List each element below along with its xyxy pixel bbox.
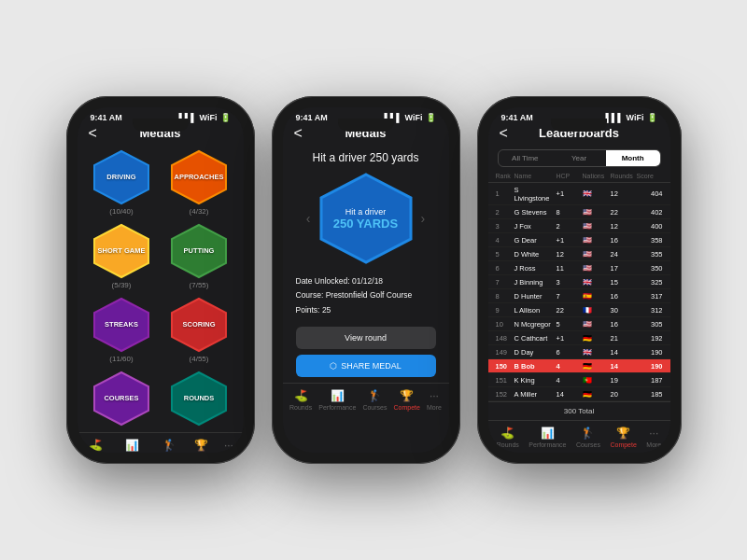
- nav-rounds-1[interactable]: ⛳ Rounds: [84, 439, 106, 453]
- phone-medal-detail: 9:41 AM ▌▌▌ WiFi 🔋 < Medals Hit a driver…: [272, 96, 460, 464]
- lb-row: 148C Cathcart+1🇩🇪21192: [488, 331, 670, 345]
- tab-month[interactable]: Month: [606, 150, 660, 166]
- leaderboard-panel: All Time Year Month Rank Name HCP Nation…: [488, 149, 670, 420]
- tab-all-time[interactable]: All Time: [499, 150, 553, 166]
- more-icon-1: ···: [224, 439, 233, 452]
- nav-more-2[interactable]: ··· More: [427, 389, 442, 411]
- course-value: Prestonfield Golf Course: [326, 290, 413, 300]
- medal-short-game[interactable]: SHORT GAME (5/39): [87, 223, 157, 289]
- back-button-2[interactable]: <: [294, 125, 303, 142]
- lb-row: 2G Stevens8🇺🇸22402: [488, 205, 670, 219]
- nav-performance-3[interactable]: 📊 Performance: [529, 427, 566, 448]
- nav-courses-3[interactable]: 🏌 Courses: [576, 427, 600, 448]
- medal-approaches[interactable]: APPROACHES (4/32): [164, 149, 234, 216]
- date-label: Date Unlocked:: [296, 276, 350, 286]
- lb-row: 5D White12🇺🇸24355: [488, 247, 670, 261]
- lb-row: 151K King4🇵🇹19187: [488, 373, 670, 387]
- nav-performance-2[interactable]: 📊 Performance: [318, 389, 356, 411]
- phone-leaderboard: 9:41 AM ▌▌▌ WiFi 🔋 < Leaderboards All Ti…: [477, 96, 682, 464]
- lb-row: 3J Fox2🇺🇸12400: [488, 219, 670, 233]
- time-1: 9:41 AM: [91, 113, 122, 122]
- big-hexagon: Hit a driver 250 YARDS: [315, 172, 417, 265]
- next-arrow[interactable]: ›: [417, 211, 430, 226]
- lb-row-highlighted: 150B Bob4🇩🇪14190: [488, 359, 670, 373]
- time-3: 9:41 AM: [501, 113, 533, 122]
- prev-arrow[interactable]: ‹: [303, 211, 315, 226]
- nav-more-1[interactable]: ··· More: [221, 439, 236, 453]
- share-label: SHARE MEDAL: [341, 361, 402, 371]
- lb-row: 7J Binning3🇬🇧15325: [488, 275, 670, 289]
- course-label: Course:: [296, 290, 324, 300]
- lb-row: 8D Hunter7🇪🇸16317: [488, 289, 670, 303]
- phones-container: 9:41 AM ▌▌▌ WiFi 🔋 < Medals DRIVING: [66, 96, 682, 464]
- medal-headline: Hit a driver 250 yards: [296, 151, 436, 164]
- nav-courses-2[interactable]: 🏌 Courses: [362, 389, 387, 411]
- share-icon: ⬡: [330, 361, 337, 371]
- nav-performance-1[interactable]: 📊 Performance: [113, 439, 150, 453]
- nav-compete-3[interactable]: 🏆 Compete: [610, 427, 636, 448]
- tab-year[interactable]: Year: [552, 150, 606, 166]
- medal-action-buttons: View round ⬡ SHARE MEDAL: [296, 327, 436, 377]
- nav-more-3[interactable]: ··· More: [646, 427, 661, 448]
- lb-table: 1S Livingstone+1🇬🇧12404 2G Stevens8🇺🇸224…: [488, 183, 670, 401]
- share-medal-button[interactable]: ⬡ SHARE MEDAL: [296, 355, 436, 377]
- lb-row: 1S Livingstone+1🇬🇧12404: [488, 183, 670, 205]
- medal-rounds[interactable]: ROUNDS: [164, 371, 234, 428]
- bottom-nav-2: ⛳ Rounds 📊 Performance 🏌 Courses 🏆 Compe…: [283, 383, 449, 418]
- lb-row: 149D Day6🇬🇧14190: [488, 345, 670, 359]
- lb-row: 10N Mcgregor5🇺🇸16305: [488, 317, 670, 331]
- hex-line1: Hit a driver: [333, 207, 398, 217]
- lb-column-headers: Rank Name HCP Nations Rounds Score: [488, 173, 670, 183]
- rounds-icon-1: ⛳: [89, 439, 103, 452]
- time-2: 9:41 AM: [296, 113, 328, 122]
- medals-grid: DRIVING (10/40) APPROACHES (4/32): [78, 146, 244, 432]
- points-value: 25: [322, 305, 331, 315]
- medal-detail-panel: Hit a driver 250 yards ‹ Hit a driver 25…: [283, 146, 449, 383]
- lb-row: 6J Ross11🇺🇸17350: [488, 261, 670, 275]
- nav-compete-2[interactable]: 🏆 Compete: [394, 389, 420, 411]
- lb-row: 9L Allison22🇫🇷30312: [488, 303, 670, 317]
- bottom-nav-1: ⛳ Rounds 📊 Performance 🏌 Courses 🏆 Compe…: [78, 432, 244, 453]
- leaderboard-tabs: All Time Year Month: [498, 149, 661, 167]
- lb-row: 152A Miller14🇩🇪20185: [488, 387, 670, 401]
- bottom-nav-3: ⛳ Rounds 📊 Performance 🏌 Courses 🏆 Compe…: [488, 420, 670, 453]
- medal-streaks[interactable]: STREAKS (11/60): [87, 297, 157, 363]
- lb-total: 300 Total: [488, 401, 670, 420]
- phone-medals-grid: 9:41 AM ▌▌▌ WiFi 🔋 < Medals DRIVING: [66, 96, 255, 464]
- medal-scoring[interactable]: SCORING (4/55): [164, 297, 234, 363]
- medal-hex-display: ‹ Hit a driver 250 YARDS ›: [296, 172, 436, 265]
- medal-info-block: Date Unlocked: 01/12/18 Course: Prestonf…: [296, 274, 436, 317]
- medal-driving[interactable]: DRIVING (10/40): [87, 149, 157, 216]
- nav-courses-1[interactable]: 🏌 Courses: [157, 439, 181, 453]
- medal-courses[interactable]: COURSES: [87, 371, 157, 428]
- back-button-3[interactable]: <: [500, 125, 508, 142]
- nav-rounds-3[interactable]: ⛳ Rounds: [497, 427, 519, 448]
- date-value: 01/12/18: [352, 276, 383, 286]
- view-round-button[interactable]: View round: [296, 327, 436, 349]
- courses-icon-1: 🏌: [162, 439, 176, 452]
- lb-row: 4G Dear+1🇺🇸16358: [488, 233, 670, 247]
- performance-icon-1: 📊: [125, 439, 139, 452]
- points-label: Points:: [296, 305, 320, 315]
- hex-line2: 250 YARDS: [333, 217, 398, 231]
- compete-icon-1: 🏆: [194, 439, 208, 452]
- nav-compete-1[interactable]: 🏆 Compete: [189, 439, 215, 453]
- back-button-1[interactable]: <: [89, 125, 97, 142]
- nav-rounds-2[interactable]: ⛳ Rounds: [289, 389, 312, 411]
- medal-putting[interactable]: PUTTING (7/55): [164, 223, 234, 289]
